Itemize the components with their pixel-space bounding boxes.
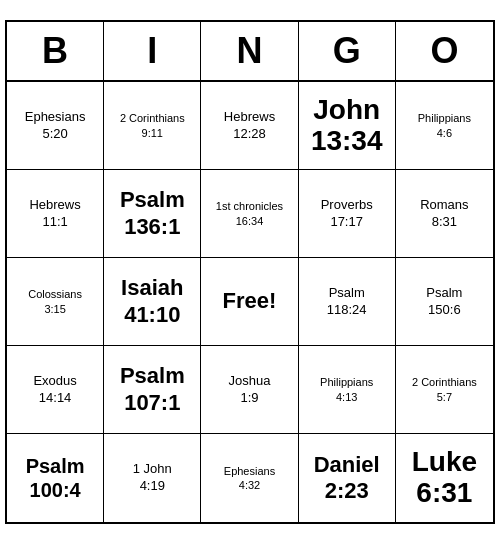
cell-content: Hebrews11:1 (29, 197, 80, 231)
cell-content: Daniel2:23 (314, 452, 380, 505)
cell-content: Luke6:31 (412, 447, 477, 509)
bingo-cell: 2 Corinthians5:7 (396, 346, 493, 434)
cell-content: 1st chronicles16:34 (216, 199, 283, 228)
header-letter: O (396, 22, 493, 80)
bingo-header: BINGO (7, 22, 493, 82)
cell-content: Hebrews12:28 (224, 109, 275, 143)
cell-content: John13:34 (311, 95, 383, 157)
bingo-cell: Daniel2:23 (299, 434, 396, 522)
bingo-cell: Romans8:31 (396, 170, 493, 258)
bingo-cell: Psalm107:1 (104, 346, 201, 434)
cell-content: Isaiah41:10 (121, 275, 183, 328)
bingo-cell: Philippians4:6 (396, 82, 493, 170)
cell-content: Exodus14:14 (33, 373, 76, 407)
cell-content: Psalm118:24 (327, 285, 367, 319)
bingo-card: BINGO Ephesians5:202 Corinthians9:11Hebr… (5, 20, 495, 524)
bingo-cell: Proverbs17:17 (299, 170, 396, 258)
bingo-cell: 1st chronicles16:34 (201, 170, 298, 258)
cell-content: Free! (223, 287, 277, 316)
bingo-cell: Hebrews12:28 (201, 82, 298, 170)
cell-content: Psalm136:1 (120, 187, 185, 240)
cell-content: Psalm150:6 (426, 285, 462, 319)
bingo-cell: Luke6:31 (396, 434, 493, 522)
cell-content: 1 John4:19 (133, 461, 172, 495)
bingo-cell: Isaiah41:10 (104, 258, 201, 346)
cell-content: Romans8:31 (420, 197, 468, 231)
bingo-cell: Psalm100:4 (7, 434, 104, 522)
cell-content: Psalm100:4 (26, 454, 85, 502)
bingo-cell: Psalm118:24 (299, 258, 396, 346)
header-letter: B (7, 22, 104, 80)
bingo-cell: John13:34 (299, 82, 396, 170)
bingo-cell: Ephesians4:32 (201, 434, 298, 522)
header-letter: I (104, 22, 201, 80)
cell-content: Philippians4:13 (320, 375, 373, 404)
cell-content: Colossians3:15 (28, 287, 82, 316)
bingo-cell: 1 John4:19 (104, 434, 201, 522)
bingo-cell: Psalm136:1 (104, 170, 201, 258)
bingo-grid: Ephesians5:202 Corinthians9:11Hebrews12:… (7, 82, 493, 522)
header-letter: G (299, 22, 396, 80)
bingo-cell: Psalm150:6 (396, 258, 493, 346)
cell-content: 2 Corinthians5:7 (412, 375, 477, 404)
cell-content: Psalm107:1 (120, 363, 185, 416)
cell-content: Ephesians5:20 (25, 109, 86, 143)
bingo-cell: Joshua1:9 (201, 346, 298, 434)
bingo-cell: Exodus14:14 (7, 346, 104, 434)
bingo-cell: Hebrews11:1 (7, 170, 104, 258)
cell-content: 2 Corinthians9:11 (120, 111, 185, 140)
bingo-cell: Ephesians5:20 (7, 82, 104, 170)
cell-content: Proverbs17:17 (321, 197, 373, 231)
bingo-cell: Philippians4:13 (299, 346, 396, 434)
cell-content: Joshua1:9 (229, 373, 271, 407)
bingo-cell: Colossians3:15 (7, 258, 104, 346)
cell-content: Philippians4:6 (418, 111, 471, 140)
header-letter: N (201, 22, 298, 80)
cell-content: Ephesians4:32 (224, 464, 275, 493)
bingo-cell: Free! (201, 258, 298, 346)
bingo-cell: 2 Corinthians9:11 (104, 82, 201, 170)
